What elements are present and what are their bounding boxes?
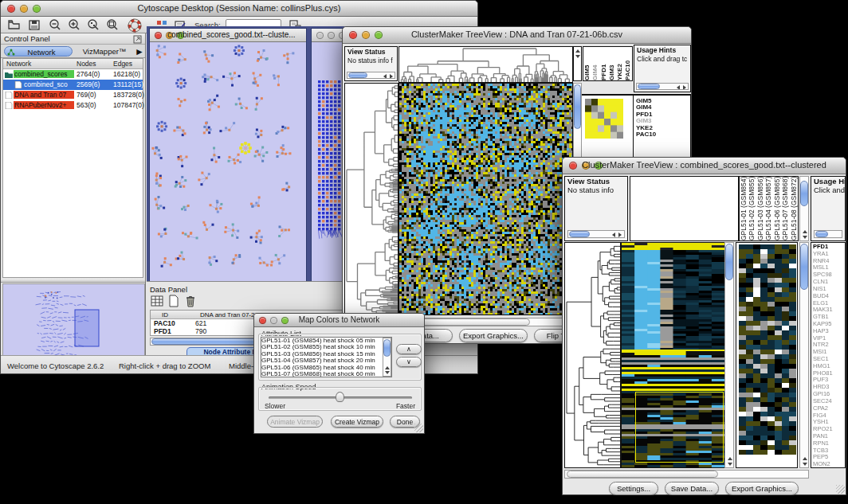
usage-hints-scrollbar[interactable] xyxy=(636,83,689,90)
panel-divider[interactable] xyxy=(1,279,145,283)
tv2-vscrollbar[interactable] xyxy=(724,242,734,468)
tv2-gene-labels-1[interactable]: YRA1 xyxy=(813,251,845,258)
minimize-button[interactable] xyxy=(328,32,335,39)
tv2-column-labels-0[interactable]: GPL51-01 (GSM854) xyxy=(740,177,748,240)
tv2-gene-labels-0[interactable]: PFD1 xyxy=(813,244,845,251)
tv2-gene-labels-17[interactable]: HMG1 xyxy=(813,363,845,370)
scroll-left-icon[interactable] xyxy=(383,74,387,79)
network-row-3[interactable]: RNAPuberNov2+563(0)107847(0) xyxy=(3,100,143,111)
float-panel-icon[interactable] xyxy=(133,35,142,44)
scroll-down-icon[interactable] xyxy=(728,463,732,466)
export-graphics-button[interactable]: Export Graphics... xyxy=(725,482,799,495)
tv1-matrix-gene-labels-5[interactable]: PAC10 xyxy=(636,131,689,138)
tv1-heatmap[interactable] xyxy=(398,83,573,315)
network-row-1-selected[interactable]: combined_sco2569(6)13112(15) xyxy=(3,80,143,90)
tv2-column-labels-3[interactable]: GPL51-04 (GSM857) xyxy=(764,177,772,240)
scroll-down-icon[interactable] xyxy=(575,55,580,58)
tv1-column-labels-0[interactable]: GIM5 xyxy=(583,47,591,80)
network-overview-canvas[interactable] xyxy=(2,283,145,358)
scroll-down-icon[interactable] xyxy=(803,463,807,466)
tv2-column-dendrogram-area[interactable] xyxy=(630,176,739,241)
tv2-heatmap[interactable] xyxy=(621,242,725,468)
usage-hints-scrollbar[interactable] xyxy=(814,230,842,238)
scroll-down-icon[interactable] xyxy=(385,371,390,374)
move-up-button[interactable]: ∧ xyxy=(396,344,422,354)
tv2-hscrollbar[interactable] xyxy=(564,470,809,479)
col-network[interactable]: Network xyxy=(6,60,31,68)
scroll-right-icon[interactable] xyxy=(618,232,622,237)
zoom-fit-icon[interactable] xyxy=(105,18,120,32)
network-canvas-1[interactable] xyxy=(150,42,306,284)
tv2-gene-labels-31[interactable]: MON2 xyxy=(813,461,845,468)
tv1-summary-matrix[interactable] xyxy=(585,99,623,139)
tv1-column-dendrogram[interactable] xyxy=(398,46,573,83)
zoom-out-icon[interactable] xyxy=(48,18,62,32)
network-view-1-titlebar[interactable]: combined_scores_good.txt--cluste... xyxy=(150,29,306,42)
scroll-down-icon[interactable] xyxy=(803,236,807,239)
tv2-gene-labels-30[interactable]: PEP5 xyxy=(813,454,845,461)
scroll-up-icon[interactable] xyxy=(728,457,732,460)
tv2-column-labels-5[interactable]: GPL51-07 (GSM868) xyxy=(781,177,789,240)
tv2-gene-labels-11[interactable]: KAP95 xyxy=(813,321,845,328)
tv2-gene-labels-28[interactable]: RPN1 xyxy=(813,440,845,447)
tv1-column-labels-5[interactable]: PAC10 xyxy=(624,47,632,80)
scroll-up-icon[interactable] xyxy=(385,366,390,369)
tv2-gene-labels-18[interactable]: PHO81 xyxy=(813,370,845,377)
col-edges[interactable]: Edges xyxy=(113,60,132,68)
tv2-gene-labels-14[interactable]: NTR2 xyxy=(813,342,845,349)
col-nodes[interactable]: Nodes xyxy=(77,60,96,68)
tv2-gene-labels-9[interactable]: MAK31 xyxy=(813,307,845,314)
tab-vizmapper[interactable]: VizMapper™ xyxy=(76,46,133,57)
scroll-up-icon[interactable] xyxy=(803,230,807,233)
tv2-column-labels-1[interactable]: GPL51-02 (GSM855) xyxy=(748,177,756,240)
attribute-list-scrollbar[interactable] xyxy=(383,338,391,377)
tv1-column-labels-4[interactable]: YKE2 xyxy=(616,47,624,80)
new-attribute-icon[interactable] xyxy=(167,295,181,307)
tv2-gene-labels-13[interactable]: VIP1 xyxy=(813,335,845,342)
tv2-gene-labels-12[interactable]: HAP3 xyxy=(813,328,845,335)
speed-slider-thumb[interactable] xyxy=(336,392,344,402)
treeview2-titlebar[interactable]: ClusterMaker TreeView : combined_scores_… xyxy=(563,158,846,174)
network-row-2[interactable]: DNA and Tran 07769(0)183728(0) xyxy=(3,90,143,100)
save-data-button[interactable]: Save Data... xyxy=(665,482,719,495)
tv2-column-labels-2[interactable]: GPL51-03 (GSM856) xyxy=(756,177,764,240)
create-vizmap-button[interactable]: Create Vizmap xyxy=(331,416,383,428)
tv2-gene-labels-21[interactable]: GPI16 xyxy=(813,391,845,398)
resize-grip[interactable] xyxy=(414,424,423,432)
tv2-gene-labels-20[interactable]: HRD3 xyxy=(813,384,845,391)
move-down-button[interactable]: ∨ xyxy=(396,357,422,367)
close-button[interactable] xyxy=(316,32,324,39)
tv2-gene-labels-16[interactable]: SEC1 xyxy=(813,356,845,363)
help-ring-icon[interactable] xyxy=(127,18,143,33)
scroll-up-icon[interactable] xyxy=(575,49,580,53)
zoom-in-icon[interactable] xyxy=(67,18,81,32)
tv1-row-dendrogram[interactable] xyxy=(344,83,398,315)
scroll-left-icon[interactable] xyxy=(612,232,615,237)
tv2-gene-labels-24[interactable]: FIG4 xyxy=(813,412,845,420)
delete-attribute-icon[interactable] xyxy=(184,295,198,307)
tv2-gene-labels-25[interactable]: YSH1 xyxy=(813,419,845,426)
tv2-gene-labels-7[interactable]: BUD4 xyxy=(813,293,845,300)
tab-network[interactable]: Network xyxy=(4,46,73,57)
tv2-zoom-heatmap[interactable] xyxy=(739,244,796,455)
treeview1-titlebar[interactable]: ClusterMaker TreeView : DNA and Tran 07-… xyxy=(343,27,691,44)
scroll-left-icon[interactable] xyxy=(677,85,680,90)
tv2-gene-labels-27[interactable]: PAN1 xyxy=(813,433,845,440)
tv2-gene-labels-29[interactable]: TCB3 xyxy=(813,447,845,455)
col-id[interactable]: ID xyxy=(162,311,168,318)
tv2-gene-labels-4[interactable]: SPC98 xyxy=(813,272,845,279)
tv1-column-labels-1[interactable]: GIM4 xyxy=(591,47,599,80)
tv2-gene-labels-2[interactable]: RNR4 xyxy=(813,258,845,265)
animate-vizmap-button[interactable]: Animate Vizmap xyxy=(267,416,323,428)
settings-button[interactable]: Settings... xyxy=(609,482,658,495)
tv2-column-labels-4[interactable]: GPL51-06 (GSM865) xyxy=(773,177,781,240)
tv2-gene-labels-3[interactable]: MSL1 xyxy=(813,264,845,272)
dialog-titlebar[interactable]: Map Colors to Network xyxy=(254,314,424,327)
tv1-column-labels-2[interactable]: PFD1 xyxy=(600,47,608,80)
tv2-gene-labels-19[interactable]: PUF3 xyxy=(813,377,845,384)
tv2-gene-labels-22[interactable]: SEC24 xyxy=(813,398,845,405)
tab-overflow-arrow[interactable]: ▶ xyxy=(135,46,144,57)
scroll-right-icon[interactable] xyxy=(390,74,393,79)
tv2-gene-labels-15[interactable]: MSI1 xyxy=(813,349,845,356)
tv2-gene-labels-5[interactable]: CLN1 xyxy=(813,279,845,286)
